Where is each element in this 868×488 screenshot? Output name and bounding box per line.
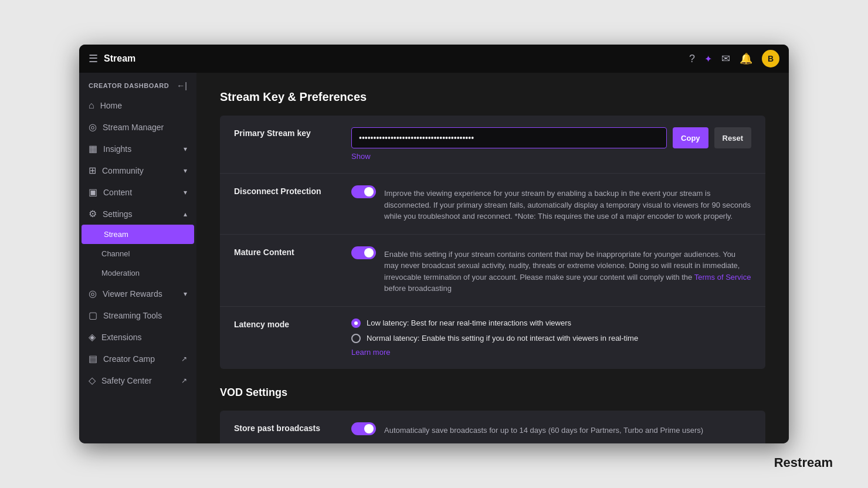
sidebar-collapse-button[interactable]: ←| [177, 81, 187, 90]
sidebar-item-label: Stream [104, 230, 128, 239]
stream-key-row: Primary Stream key Copy Reset Show [220, 116, 765, 174]
stream-key-card: Primary Stream key Copy Reset Show [220, 116, 765, 369]
external-link-icon: ↗ [181, 377, 187, 385]
latency-normal-label: Normal latency: Enable this setting if y… [367, 334, 638, 343]
sidebar-item-content[interactable]: ▣ Content ▾ [79, 181, 196, 203]
mature-content-toggle[interactable] [351, 246, 376, 259]
page-title: Stream Key & Preferences [220, 90, 765, 104]
disconnect-protection-row: Disconnect Protection Improve the viewin… [220, 174, 765, 235]
help-icon[interactable]: ? [689, 53, 695, 65]
sidebar-item-label: Moderation [101, 269, 140, 277]
mail-icon[interactable]: ✉ [721, 52, 730, 65]
sidebar-item-safety-center[interactable]: ◇ Safety Center ↗ [79, 370, 196, 391]
external-link-icon: ↗ [181, 355, 187, 363]
toggle-slider [351, 185, 376, 198]
sidebar-item-settings[interactable]: ⚙ Settings ▴ [79, 203, 196, 225]
learn-more-link[interactable]: Learn more [351, 348, 390, 357]
sidebar-item-extensions[interactable]: ◈ Extensions [79, 326, 196, 348]
chevron-down-icon: ▾ [184, 290, 187, 298]
notifications-icon[interactable]: 🔔 [740, 52, 752, 65]
disconnect-protection-description: Improve the viewing experience for your … [384, 188, 751, 222]
store-broadcasts-description: Automatically save broadcasts for up to … [384, 425, 703, 436]
sidebar-item-home[interactable]: ⌂ Home [79, 95, 196, 116]
toggle-slider [351, 422, 376, 435]
stream-key-label: Primary Stream key [234, 127, 340, 138]
terms-of-service-link[interactable]: Terms of Service [694, 273, 751, 282]
show-stream-key-link[interactable]: Show [351, 152, 371, 161]
sidebar-item-community[interactable]: ⊞ Community ▾ [79, 160, 196, 181]
sidebar-item-channel[interactable]: Channel [79, 244, 196, 263]
radio-unselected-icon [351, 334, 361, 343]
sidebar-item-label: Insights [103, 144, 131, 154]
mature-content-row: Mature Content Enable this setting if yo… [220, 235, 765, 307]
radio-selected-icon [351, 318, 361, 328]
latency-mode-row: Latency mode Low latency: Best for near … [220, 307, 765, 369]
stream-manager-icon: ◎ [89, 121, 97, 133]
sidebar-item-label: Settings [103, 209, 133, 219]
sidebar-item-creator-camp[interactable]: ▤ Creator Camp ↗ [79, 348, 196, 370]
insights-icon: ▦ [89, 143, 97, 154]
sidebar-item-viewer-rewards[interactable]: ◎ Viewer Rewards ▾ [79, 283, 196, 304]
chevron-down-icon: ▾ [184, 188, 187, 196]
latency-mode-radio-group: Low latency: Best for near real-time int… [351, 318, 751, 343]
latency-normal-option[interactable]: Normal latency: Enable this setting if y… [351, 334, 751, 343]
sidebar-item-label: Creator Camp [103, 354, 155, 364]
sidebar-item-label: Viewer Rewards [103, 289, 162, 299]
home-icon: ⌂ [89, 100, 94, 111]
extensions-icon: ◈ [89, 331, 96, 343]
streaming-tools-icon: ▢ [89, 310, 97, 321]
creator-camp-icon: ▤ [89, 353, 97, 364]
latency-low-option[interactable]: Low latency: Best for near real-time int… [351, 318, 751, 328]
sidebar-item-label: Extensions [101, 333, 141, 342]
settings-icon: ⚙ [89, 208, 97, 219]
community-icon: ⊞ [89, 165, 96, 176]
latency-low-label: Low latency: Best for near real-time int… [367, 318, 571, 327]
sidebar-item-streaming-tools[interactable]: ▢ Streaming Tools [79, 304, 196, 326]
disconnect-protection-label: Disconnect Protection [234, 185, 340, 196]
latency-mode-label: Latency mode [234, 318, 340, 329]
toggle-slider [351, 246, 376, 259]
stream-key-input[interactable] [351, 127, 667, 148]
sidebar-item-label: Channel [101, 249, 130, 258]
vod-settings-card: Store past broadcasts Automatically save… [220, 411, 765, 444]
safety-center-icon: ◇ [89, 375, 96, 386]
avatar[interactable]: B [762, 50, 779, 67]
sidebar: CREATOR DASHBOARD ←| ⌂ Home ◎ Stream Man… [79, 73, 196, 443]
store-broadcasts-row: Store past broadcasts Automatically save… [220, 411, 765, 444]
hamburger-menu-icon[interactable]: ☰ [89, 52, 98, 65]
disconnect-protection-toggle[interactable] [351, 185, 376, 198]
main-content: Stream Key & Preferences Primary Stream … [196, 73, 789, 443]
sidebar-item-moderation[interactable]: Moderation [79, 263, 196, 283]
content-icon: ▣ [89, 187, 97, 198]
sidebar-item-label: Content [103, 188, 132, 197]
restream-watermark: Restream [774, 455, 833, 470]
sidebar-item-stream[interactable]: Stream [82, 225, 194, 244]
sidebar-item-label: Home [100, 101, 122, 110]
sidebar-item-label: Streaming Tools [103, 311, 162, 320]
chevron-down-icon: ▾ [184, 145, 187, 153]
mature-content-description: Enable this setting if your stream conta… [384, 249, 751, 294]
window-title: Stream [104, 53, 135, 64]
copy-button[interactable]: Copy [673, 127, 708, 148]
sidebar-item-label: Community [102, 166, 144, 175]
chevron-down-icon: ▾ [184, 167, 187, 175]
store-broadcasts-toggle[interactable] [351, 422, 376, 435]
chevron-up-icon: ▴ [184, 210, 187, 218]
sidebar-item-label: Safety Center [101, 376, 152, 385]
sidebar-dashboard-label: CREATOR DASHBOARD [89, 82, 169, 89]
sidebar-item-insights[interactable]: ▦ Insights ▾ [79, 138, 196, 160]
sidebar-item-label: Stream Manager [103, 123, 164, 132]
reset-button[interactable]: Reset [714, 127, 751, 148]
vod-section-title: VOD Settings [220, 387, 765, 399]
sidebar-item-stream-manager[interactable]: ◎ Stream Manager [79, 116, 196, 138]
store-past-broadcasts-label: Store past broadcasts [234, 422, 340, 433]
viewer-rewards-icon: ◎ [89, 288, 97, 299]
magic-icon[interactable]: ✦ [704, 53, 712, 65]
mature-content-label: Mature Content [234, 246, 340, 257]
